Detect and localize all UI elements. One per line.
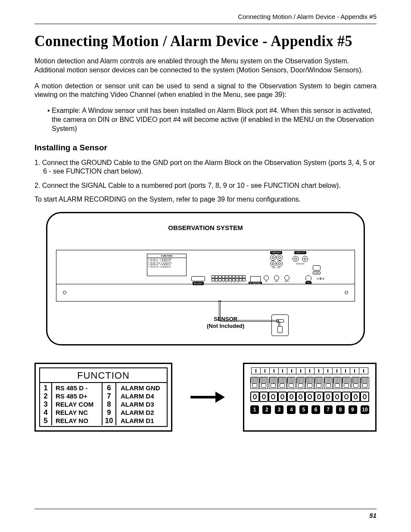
page-number: 51 bbox=[34, 512, 377, 519]
spot-label: SPOT bbox=[284, 280, 290, 283]
rs232-port: RS-232C bbox=[190, 276, 206, 283]
svhs-block: S-VHS bbox=[311, 265, 323, 274]
step-2: 2. Connect the SIGNAL Cable to a numbere… bbox=[34, 181, 377, 190]
sensor-device-icon bbox=[271, 314, 289, 336]
monitor-label: MONITOR bbox=[291, 263, 309, 265]
header-rule bbox=[34, 24, 377, 24]
terminal-number-row: 1 2 3 4 5 6 7 8 9 10 bbox=[250, 405, 369, 414]
mini-function-rows: 1 RS 485 D- 6 ALARM GND 2 RS 485 D+ 7 AL… bbox=[147, 258, 186, 269]
step-1: 1. Connect the GROUND Cable to the GND p… bbox=[34, 159, 377, 177]
ps2-block: PS/2 bbox=[302, 275, 315, 284]
reference-line: To start ALARM RECORDING on the System, … bbox=[34, 196, 377, 203]
obs-rear-panel: FUNCTION 1 RS 485 D- 6 ALARM GND 2 RS 48… bbox=[56, 250, 355, 302]
camera-in-block: CAMERA IN CH1 CH2 bbox=[263, 251, 289, 269]
audio-jacks: IN OUT SPOT bbox=[263, 275, 290, 283]
function-right-nums: 6 7 8 9 10 bbox=[103, 383, 116, 425]
sensor-caption-line1: SENSOR bbox=[214, 316, 237, 322]
lower-diagram-row: FUNCTION 1 2 3 4 5 RS 485 D - RS 485 D+ … bbox=[34, 363, 377, 432]
mini-terminal-block: 1 2 3 4 5 6 7 8 9 10 bbox=[212, 275, 248, 283]
function-left-nums: 1 2 3 4 5 bbox=[40, 383, 52, 425]
mini-terminal-numbers: 1 2 3 4 5 6 7 8 9 10 bbox=[212, 281, 248, 283]
mini-function-header: FUNCTION bbox=[147, 254, 186, 258]
function-chart: FUNCTION 1 2 3 4 5 RS 485 D - RS 485 D+ … bbox=[34, 363, 172, 432]
svhs-label: S-VHS bbox=[313, 271, 321, 274]
intro-paragraph-1: Motion detection and Alarm controls are … bbox=[34, 57, 377, 75]
camera-in-label: CAMERA IN bbox=[270, 251, 282, 254]
section-heading-installing: Installing a Sensor bbox=[34, 143, 377, 152]
video-out-label: VIDEO OUT bbox=[294, 251, 306, 254]
example-bullet: • Example: A Window sensor unit has been… bbox=[47, 106, 377, 133]
function-left-labels: RS 485 D - RS 485 D+ RELAY COM RELAY NC … bbox=[52, 383, 103, 425]
arrow-icon bbox=[190, 392, 225, 403]
footer-rule bbox=[34, 509, 377, 509]
audio-out-label: OUT bbox=[274, 280, 280, 283]
terminal-hole-row bbox=[250, 392, 369, 402]
terminal-top-bar bbox=[251, 367, 368, 374]
page-title: Connecting Motion / Alarm Device - Appen… bbox=[34, 32, 377, 50]
obs-diagram-title: OBSERVATION SYSTEM bbox=[47, 224, 364, 231]
audio-in-label: IN bbox=[263, 280, 269, 283]
ethernet-port bbox=[250, 276, 261, 282]
function-right-labels: ALARM GND ALARM D4 ALARM D3 ALARM D2 ALA… bbox=[116, 383, 167, 425]
terminal-block-diagram: 1 2 3 4 5 6 7 8 9 10 bbox=[243, 363, 377, 432]
terminal-screw-row bbox=[250, 377, 369, 389]
sensor-caption-line2: (Not Included) bbox=[207, 323, 244, 329]
mini-function-table: FUNCTION 1 RS 485 D- 6 ALARM GND 2 RS 48… bbox=[147, 254, 187, 276]
intro-paragraph-2: A motion detection or sensor unit can be… bbox=[34, 82, 377, 100]
function-chart-title: FUNCTION bbox=[40, 368, 167, 383]
power-icons: ⊖⦿⊕ bbox=[317, 277, 325, 280]
sensor-caption: SENSOR (Not Included) bbox=[207, 316, 244, 329]
running-header: Connecting Motion / Alarm Device - Appen… bbox=[34, 13, 377, 20]
video-out-block: VIDEO OUT MONITOR bbox=[291, 251, 309, 265]
observation-system-diagram: OBSERVATION SYSTEM FUNCTION 1 RS 485 D- … bbox=[46, 212, 365, 345]
